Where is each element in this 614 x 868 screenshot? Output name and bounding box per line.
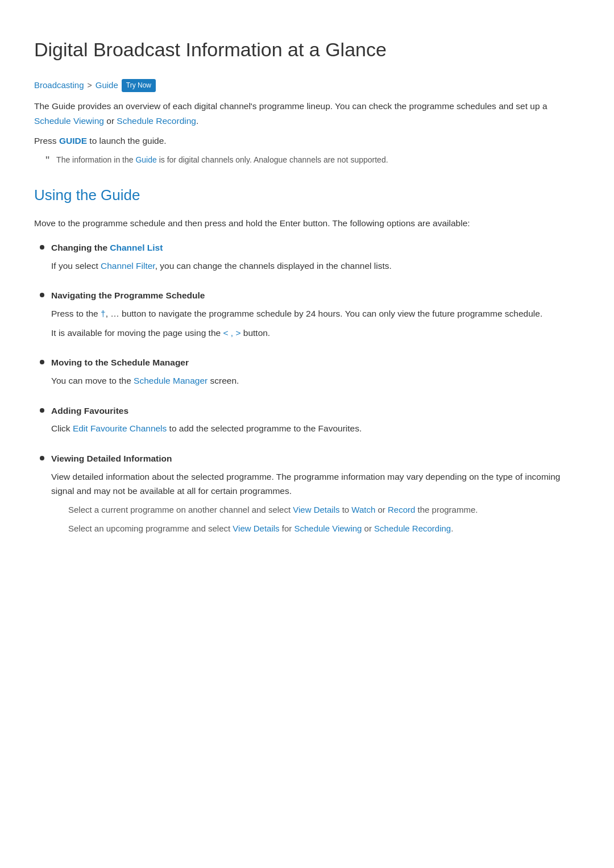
breadcrumb-separator: > [88, 79, 92, 92]
item3-desc-suffix: screen. [208, 376, 239, 385]
list-item-title: Viewing Detailed Information [51, 452, 580, 466]
note-block: " The information in the Guide is for di… [34, 153, 580, 166]
watch-link[interactable]: Watch [351, 505, 375, 514]
item4-desc-prefix: Click [51, 423, 73, 433]
bullet-icon [40, 456, 44, 460]
schedule-manager-link[interactable]: Schedule Manager [134, 376, 208, 385]
sub-note2-prefix: Select an upcoming programme and select [68, 524, 233, 533]
schedule-recording-link[interactable]: Schedule Recording [117, 116, 196, 126]
bullet-icon [40, 245, 44, 250]
breadcrumb-broadcasting[interactable]: Broadcasting [34, 78, 84, 92]
list-item: Changing the Channel List If you select … [40, 241, 580, 277]
item4-desc: Click Edit Favourite Channels to add the… [51, 421, 580, 436]
note-text: The information in the Guide is for digi… [56, 153, 388, 166]
bullet-icon [40, 408, 44, 413]
section-title: Using the Guide [34, 184, 580, 207]
sub-note2-middle: for [280, 524, 294, 533]
item2-nav-keys: < , > [223, 328, 240, 338]
channel-list-link[interactable]: Channel List [110, 243, 163, 252]
sub-note1-or: or [375, 505, 388, 514]
list-item-title: Navigating the Programme Schedule [51, 289, 580, 303]
item1-desc: If you select Channel Filter, you can ch… [51, 259, 580, 273]
edit-favourite-channels-link[interactable]: Edit Favourite Channels [73, 423, 167, 433]
breadcrumb-guide[interactable]: Guide [96, 78, 118, 92]
sub-note2-or: or [362, 524, 374, 533]
intro-or: or [104, 116, 117, 126]
item3-desc-prefix: You can move to the [51, 376, 134, 385]
record-link[interactable]: Record [388, 505, 415, 514]
channel-filter-link[interactable]: Channel Filter [101, 261, 155, 271]
intro-period: . [196, 116, 198, 126]
schedule-viewing-link-2[interactable]: Schedule Viewing [294, 524, 362, 533]
list-item-content: Moving to the Schedule Manager You can m… [51, 356, 580, 392]
list-item: Adding Favourites Click Edit Favourite C… [40, 404, 580, 441]
note-suffix: is for digital channels only. Analogue c… [157, 155, 388, 164]
item4-desc-suffix: to add the selected programme to the Fav… [167, 423, 362, 433]
try-now-button[interactable]: Try Now [122, 79, 156, 92]
item5-sub-note1: Select a current programme on another ch… [68, 503, 580, 517]
list-item: Navigating the Programme Schedule Press … [40, 289, 580, 344]
sub-note1-middle: to [340, 505, 352, 514]
list-item-title: Moving to the Schedule Manager [51, 356, 580, 370]
item5-sub-note2: Select an upcoming programme and select … [68, 522, 580, 536]
view-details-link-2[interactable]: View Details [233, 524, 279, 533]
item2-arrow: † [101, 309, 106, 318]
item3-desc: You can move to the Schedule Manager scr… [51, 373, 580, 388]
intro-paragraph: The Guide provides an overview of each d… [34, 99, 580, 128]
sub-note1-prefix: Select a current programme on another ch… [68, 505, 293, 514]
section-intro: Move to the programme schedule and then … [34, 216, 580, 231]
schedule-recording-link-2[interactable]: Schedule Recording [374, 524, 451, 533]
item1-title-prefix: Changing the [51, 243, 110, 252]
view-details-link-1[interactable]: View Details [293, 505, 339, 514]
list-item: Moving to the Schedule Manager You can m… [40, 356, 580, 392]
item2-desc1: Press to the †, … button to navigate the… [51, 306, 580, 321]
list-item-title: Adding Favourites [51, 404, 580, 418]
item2-desc1-middle: , … button to navigate the programme sch… [106, 309, 543, 318]
bullet-icon [40, 293, 44, 297]
list-item-title: Changing the Channel List [51, 241, 580, 255]
item1-desc-suffix: , you can change the channels displayed … [155, 261, 392, 271]
page-title: Digital Broadcast Information at a Glanc… [34, 34, 580, 65]
list-item: Viewing Detailed Information View detail… [40, 452, 580, 540]
press-guide-text: Press GUIDE to launch the guide. [34, 134, 580, 148]
guide-keyword: GUIDE [59, 136, 87, 146]
item1-desc-prefix: If you select [51, 261, 101, 271]
breadcrumb: Broadcasting > Guide Try Now [34, 78, 580, 92]
list-item-content: Changing the Channel List If you select … [51, 241, 580, 277]
bullet-icon [40, 360, 44, 364]
schedule-viewing-link[interactable]: Schedule Viewing [34, 116, 104, 126]
list-item-content: Viewing Detailed Information View detail… [51, 452, 580, 540]
item2-desc1-prefix: Press to the [51, 309, 101, 318]
item5-desc-main: View detailed information about the sele… [51, 470, 580, 499]
press-guide-suffix: to launch the guide. [87, 136, 167, 146]
note-quote-icon: " [45, 155, 49, 166]
note-guide-link[interactable]: Guide [135, 155, 156, 164]
list-item-content: Adding Favourites Click Edit Favourite C… [51, 404, 580, 441]
sub-note1-suffix: the programme. [415, 505, 478, 514]
feature-list: Changing the Channel List If you select … [40, 241, 580, 540]
item2-desc2-prefix: It is available for moving the page usin… [51, 328, 223, 338]
note-prefix: The information in the [56, 155, 135, 164]
item2-desc2: It is available for moving the page usin… [51, 326, 580, 340]
sub-note2-suffix: . [451, 524, 453, 533]
list-item-content: Navigating the Programme Schedule Press … [51, 289, 580, 344]
intro-text-1: The Guide provides an overview of each d… [34, 101, 547, 111]
item2-desc2-suffix: button. [240, 328, 270, 338]
press-guide-prefix: Press [34, 136, 59, 146]
